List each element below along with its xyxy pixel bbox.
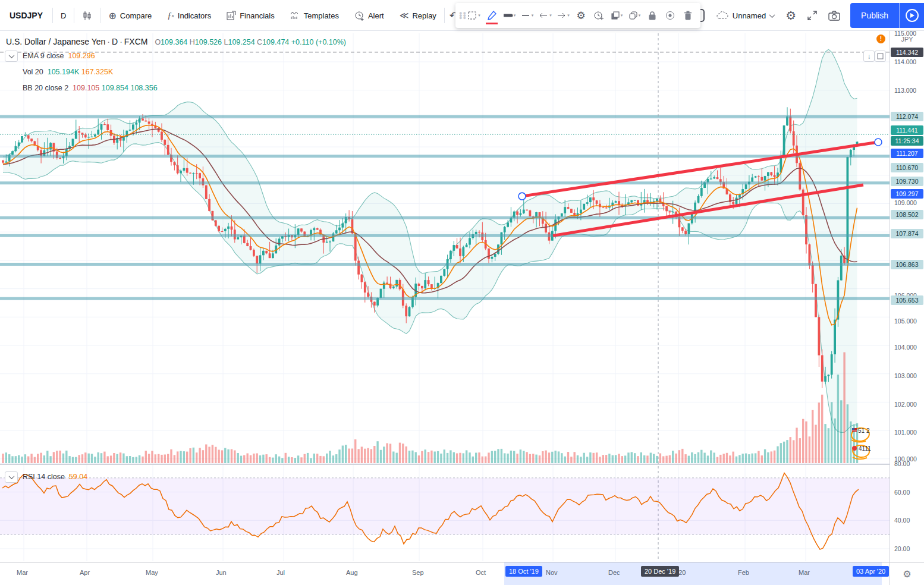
collapse-rsi-button[interactable] [5,471,18,483]
maximize-pane-button[interactable] [875,51,886,62]
thin-line-tool-button[interactable]: ▾ [518,5,536,26]
drawing-handle [518,193,526,200]
time-axis-label: Aug [346,569,358,576]
drawing-handle [875,139,882,146]
replay-icon: ≪ [400,10,409,21]
hide-drawings-eye-button[interactable] [661,5,679,26]
rsi-legend[interactable]: RSI 14 close 59.04 [23,473,87,481]
symbol-title: U.S. Dollar / Japanese Yen [6,37,105,46]
time-axis-date-badge: 20 Dec '19 [641,566,679,577]
price-chart-svg: 51 24111 [0,31,890,585]
cloud-icon [716,11,728,20]
dropdown-caret-icon: ▾ [514,13,516,18]
price-axis-tick: 105.000 [894,317,917,325]
bb-lower-value: 108.356 [130,84,157,92]
dropdown-caret-icon: ▾ [567,13,570,18]
ema-value: 109.296 [68,52,95,60]
lock-button[interactable] [643,5,661,26]
clone-button[interactable]: ▾ [626,5,643,26]
rsi-pane [0,473,890,550]
chart-style-button[interactable] [74,4,100,27]
pencil-tool-button[interactable] [483,5,501,26]
time-axis-label: Mar [799,569,810,576]
publish-play-button[interactable] [899,3,924,28]
scroll-down-button[interactable]: ↓ [863,51,875,62]
layout-name-menu[interactable]: Unnamed [711,11,780,20]
alert-clock-icon [354,11,364,21]
close-value: 109.474 [262,38,289,46]
price-axis[interactable]: JPY 115.000114.000113.000109.000106.0001… [890,31,924,562]
layout-name-label: Unnamed [733,11,766,20]
price-axis-badge: 11:25:34 [891,136,923,146]
snapshot-camera-button[interactable] [823,11,846,21]
symbol-button[interactable]: USDJPY [0,4,52,27]
chart-properties-gear-button[interactable]: ⚙ [780,8,802,23]
add-alert-button[interactable] [590,5,608,26]
bollinger-bands [3,49,857,432]
collapse-indicators-button[interactable] [5,51,18,62]
rsi-value: 59.04 [69,473,87,481]
price-axis-badge: 108.502 [891,210,923,219]
price-axis-tick: 80.00 [894,460,910,467]
low-value: 109.254 [228,38,254,46]
price-axis-badge: 114.342 [891,48,923,57]
price-axis-tick: 109.000 [894,199,917,206]
play-icon [906,9,919,22]
japan-flag-sticker [852,446,857,451]
arrow-right-tool-button[interactable]: ▾ [554,5,572,26]
dropdown-caret-icon: ▾ [532,13,534,18]
dropdown-caret-icon: ▾ [621,13,623,18]
settings-gear-button[interactable]: ⚙ [572,5,590,26]
volume-legend[interactable]: Vol 20 105.194K 167.325K [23,68,113,76]
time-axis-label: Jul [276,569,285,576]
fullscreen-button[interactable] [802,10,823,21]
thick-line-tool-button[interactable]: ▾ [501,5,518,26]
time-axis-label: Mar [17,569,28,576]
time-axis[interactable]: MarAprMayJunJulAugSepOctNovDec2020FebMar… [0,562,890,585]
data-warning-icon[interactable]: ! [876,34,885,43]
bb-legend[interactable]: BB 20 close 2 109.105 109.854 108.356 [23,84,158,92]
bb-basis-value: 109.105 [73,84,99,92]
templates-button[interactable]: Templates [282,4,347,27]
chevron-down-icon [769,12,775,18]
vol-ma-value: 105.194K [48,68,80,76]
time-axis-label: Dec [608,569,620,576]
candles-icon [82,11,92,21]
axis-settings-corner[interactable]: ⚙ [890,562,924,585]
ema-legend[interactable]: EMA 9 close 109.296 [23,52,95,60]
replay-button[interactable]: ≪ Replay [392,4,444,27]
indicators-button[interactable]: ƒx Indicators [159,4,219,27]
templates-icon [290,11,300,20]
price-axis-tick: 20.00 [894,545,910,552]
time-axis-date-badge: 18 Oct '19 [505,566,542,577]
symbol-legend[interactable]: U.S. Dollar / Japanese Yen·D·FXCM O109.3… [6,37,346,46]
price-axis-badge: 105.653 [891,295,923,305]
price-axis-tick: 40.00 [894,517,910,524]
interval-button[interactable]: D [53,4,74,27]
top-toolbar: USDJPY D ⊕ Compare ƒx Indicators [0,0,924,31]
price-axis-badge: 106.863 [891,260,923,269]
selection-tool-button[interactable]: ▾ [465,5,483,26]
remove-drawings-trash-button[interactable] [679,5,697,26]
selected-date-range-highlight [504,562,882,585]
layers-order-button[interactable]: ▾ [608,5,626,26]
drag-handle-icon[interactable]: ●●●●●● [459,12,465,19]
volume-bars [2,353,858,464]
arrow-left-tool-button[interactable]: ▾ [536,5,554,26]
svg-text:4111: 4111 [859,445,871,452]
legend-exchange: FXCM [124,37,148,46]
time-axis-label: Oct [476,569,486,576]
time-axis-date-badge: 03 Apr '20 [853,566,889,577]
svg-text:51 2: 51 2 [858,427,870,434]
financials-button[interactable]: Financials [219,4,282,27]
price-axis-badge: 112.074 [891,112,923,121]
price-axis-tick: 104.000 [894,344,917,351]
time-axis-label: Feb [738,569,749,576]
publish-button[interactable]: Publish [850,3,899,28]
time-axis-label: Nov [546,569,558,576]
alert-button[interactable]: Alert [347,4,392,27]
compare-button[interactable]: ⊕ Compare [100,4,159,27]
high-value: 109.526 [195,38,222,46]
chart-canvas[interactable]: 51 24111 [0,31,890,585]
price-axis-badge: 110.670 [891,163,923,172]
